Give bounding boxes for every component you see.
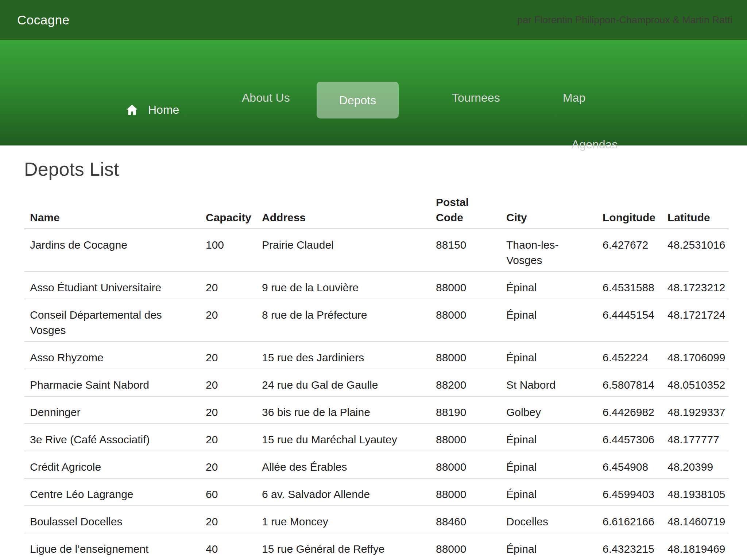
cell-longitude: 6.427672 bbox=[597, 229, 662, 272]
cell-postal-code: 88000 bbox=[430, 342, 500, 369]
cell-address: 15 rue du Maréchal Lyautey bbox=[256, 424, 430, 451]
cell-postal-code: 88200 bbox=[430, 369, 500, 396]
cell-longitude: 6.5807814 bbox=[597, 369, 662, 396]
table-row: Ligue de l’enseignement4015 rue Général … bbox=[24, 533, 729, 560]
cell-address: 15 rue des Jardiniers bbox=[256, 342, 430, 369]
cell-capacity: 20 bbox=[200, 424, 256, 451]
cell-longitude: 6.4323215 bbox=[597, 533, 662, 560]
cell-address: 36 bis rue de la Plaine bbox=[256, 396, 430, 424]
nav-item-agendas[interactable]: Agendas bbox=[572, 138, 618, 151]
table-row: Conseil Départemental des Vosges208 rue … bbox=[24, 299, 729, 342]
cell-capacity: 20 bbox=[200, 299, 256, 342]
cell-capacity: 20 bbox=[200, 506, 256, 533]
cell-name: Denninger bbox=[24, 396, 200, 424]
cell-city: Épinal bbox=[500, 424, 597, 451]
cell-name: Boulassel Docelles bbox=[24, 506, 200, 533]
cell-latitude: 48.1460719 bbox=[662, 506, 729, 533]
cell-name: Asso Étudiant Universitaire bbox=[24, 272, 200, 299]
cell-latitude: 48.1819469 bbox=[662, 533, 729, 560]
cell-latitude: 48.177777 bbox=[662, 424, 729, 451]
cell-name: Ligue de l’enseignement bbox=[24, 533, 200, 560]
nav-item-map[interactable]: Map bbox=[563, 91, 585, 104]
cell-latitude: 48.1929337 bbox=[662, 396, 729, 424]
table-row: Denninger2036 bis rue de la Plaine88190G… bbox=[24, 396, 729, 424]
cell-address: 1 rue Moncey bbox=[256, 506, 430, 533]
content-area: Depots List Name Capacity Address Postal… bbox=[0, 158, 747, 560]
cell-capacity: 20 bbox=[200, 396, 256, 424]
cell-city: St Nabord bbox=[500, 369, 597, 396]
main-nav: Home About Us Depots Tournees Map Agenda… bbox=[0, 40, 747, 145]
cell-city: Thaon-les-Vosges bbox=[500, 229, 597, 272]
cell-name: Crédit Agricole bbox=[24, 451, 200, 478]
column-header-name: Name bbox=[24, 186, 200, 229]
table-row: Centre Léo Lagrange606 av. Salvador Alle… bbox=[24, 478, 729, 506]
cell-address: Allée des Érables bbox=[256, 451, 430, 478]
cell-city: Épinal bbox=[500, 451, 597, 478]
cell-latitude: 48.1938105 bbox=[662, 478, 729, 506]
cell-longitude: 6.4531588 bbox=[597, 272, 662, 299]
table-body: Jardins de Cocagne100Prairie Claudel8815… bbox=[24, 229, 729, 560]
cell-postal-code: 88000 bbox=[430, 424, 500, 451]
table-row: Boulassel Docelles201 rue Moncey88460Doc… bbox=[24, 506, 729, 533]
nav-item-home-label: Home bbox=[148, 103, 179, 116]
cell-name: 3e Rive (Café Associatif) bbox=[24, 424, 200, 451]
cell-city: Épinal bbox=[500, 478, 597, 506]
cell-latitude: 48.20399 bbox=[662, 451, 729, 478]
cell-latitude: 48.1706099 bbox=[662, 342, 729, 369]
cell-address: 8 rue de la Préfecture bbox=[256, 299, 430, 342]
cell-postal-code: 88000 bbox=[430, 299, 500, 342]
cell-longitude: 6.6162166 bbox=[597, 506, 662, 533]
top-bar: Cocagne par Florentin Philippon-Champrou… bbox=[0, 0, 747, 40]
cell-postal-code: 88460 bbox=[430, 506, 500, 533]
cell-capacity: 20 bbox=[200, 451, 256, 478]
cell-address: 15 rue Général de Reffye bbox=[256, 533, 430, 560]
column-header-address: Address bbox=[256, 186, 430, 229]
cell-postal-code: 88150 bbox=[430, 229, 500, 272]
column-header-city: City bbox=[500, 186, 597, 229]
table-row: Jardins de Cocagne100Prairie Claudel8815… bbox=[24, 229, 729, 272]
cell-capacity: 60 bbox=[200, 478, 256, 506]
cell-city: Épinal bbox=[500, 272, 597, 299]
cell-city: Épinal bbox=[500, 342, 597, 369]
cell-latitude: 48.0510352 bbox=[662, 369, 729, 396]
cell-name: Asso Rhyzome bbox=[24, 342, 200, 369]
cell-postal-code: 88000 bbox=[430, 272, 500, 299]
cell-latitude: 48.1723212 bbox=[662, 272, 729, 299]
cell-longitude: 6.4599403 bbox=[597, 478, 662, 506]
cell-address: 6 av. Salvador Allende bbox=[256, 478, 430, 506]
home-icon bbox=[126, 103, 138, 116]
table-row: Asso Rhyzome2015 rue des Jardiniers88000… bbox=[24, 342, 729, 369]
nav-item-about-us[interactable]: About Us bbox=[242, 91, 290, 104]
cell-city: Épinal bbox=[500, 299, 597, 342]
cell-name: Pharmacie Saint Nabord bbox=[24, 369, 200, 396]
table-row: Crédit Agricole20Allée des Érables88000É… bbox=[24, 451, 729, 478]
cell-capacity: 40 bbox=[200, 533, 256, 560]
cell-address: Prairie Claudel bbox=[256, 229, 430, 272]
cell-name: Jardins de Cocagne bbox=[24, 229, 200, 272]
author-credit: par Florentin Philippon-Champroux & Mart… bbox=[517, 15, 732, 26]
cell-latitude: 48.1721724 bbox=[662, 299, 729, 342]
cell-longitude: 6.4457306 bbox=[597, 424, 662, 451]
table-row: 3e Rive (Café Associatif)2015 rue du Mar… bbox=[24, 424, 729, 451]
column-header-postal-code: Postal Code bbox=[430, 186, 500, 229]
nav-item-home[interactable]: Home bbox=[126, 103, 179, 116]
cell-longitude: 6.452224 bbox=[597, 342, 662, 369]
cell-city: Docelles bbox=[500, 506, 597, 533]
depots-table: Name Capacity Address Postal Code City L… bbox=[24, 186, 729, 560]
nav-item-depots-active[interactable]: Depots bbox=[317, 82, 399, 118]
cell-city: Épinal bbox=[500, 533, 597, 560]
cell-capacity: 100 bbox=[200, 229, 256, 272]
cell-name: Centre Léo Lagrange bbox=[24, 478, 200, 506]
nav-item-tournees[interactable]: Tournees bbox=[452, 91, 500, 104]
page-title: Depots List bbox=[24, 158, 729, 180]
cell-capacity: 20 bbox=[200, 342, 256, 369]
column-header-latitude: Latitude bbox=[662, 186, 729, 229]
cell-capacity: 20 bbox=[200, 369, 256, 396]
cell-postal-code: 88000 bbox=[430, 451, 500, 478]
cell-capacity: 20 bbox=[200, 272, 256, 299]
brand-title: Cocagne bbox=[17, 13, 70, 27]
cell-name: Conseil Départemental des Vosges bbox=[24, 299, 200, 342]
table-header-row: Name Capacity Address Postal Code City L… bbox=[24, 186, 729, 229]
cell-city: Golbey bbox=[500, 396, 597, 424]
table-row: Pharmacie Saint Nabord2024 rue du Gal de… bbox=[24, 369, 729, 396]
